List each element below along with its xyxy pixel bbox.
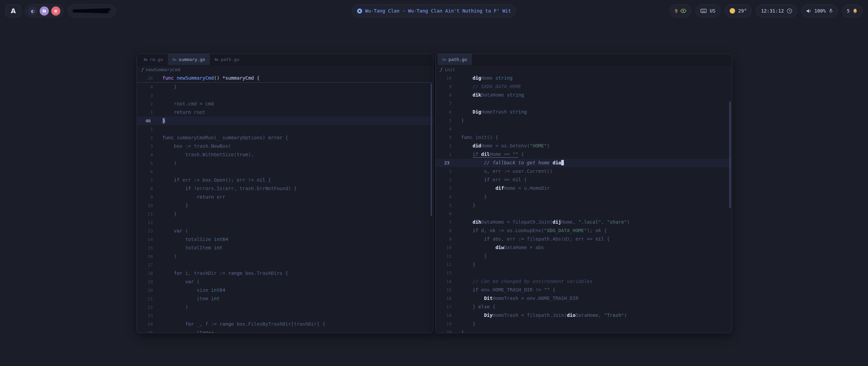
code-line[interactable]: 8 if !errors.Is(err, trash.ErrNotFound) … [137, 184, 433, 193]
code-line[interactable]: 25 item++ [137, 328, 433, 333]
code-line[interactable]: 6 DigHomeTrash string [436, 108, 732, 116]
notifications-widget[interactable]: 5 [842, 4, 863, 17]
code-line[interactable]: 10 diwDataHome = abs [436, 243, 732, 252]
code-line[interactable]: 4 } [436, 192, 732, 201]
code-line[interactable]: 46} [137, 117, 433, 125]
code-line[interactable]: 3func init() { [436, 133, 732, 142]
code-line[interactable]: 1 return root [137, 108, 433, 117]
code-line[interactable]: 20 size int64 [137, 286, 433, 294]
line-number: 5 [436, 201, 452, 209]
code-line[interactable]: 11 } [137, 210, 433, 218]
clock-icon [787, 8, 792, 14]
code-line[interactable]: 14 // Can be changed by environment vari… [436, 277, 732, 286]
code-line[interactable]: 4 trash.WithGetSize(true), [137, 150, 433, 159]
line-text: if d, ok := os.LookupEnv("XDG_DATA_HOME"… [452, 226, 607, 235]
code-line[interactable]: 11 } [436, 252, 732, 260]
code-line[interactable]: 17 [137, 261, 433, 269]
taskbar-apps: ◐N≡ [25, 4, 63, 17]
code-line[interactable]: 7 if err := box.Open(); err != nil { [137, 176, 433, 184]
line-text: if env.HOME_TRASH_DIR != "" { [452, 286, 555, 294]
code-line[interactable]: 9 if abs, err := filepath.Abs(d); err ==… [436, 235, 732, 243]
code-line[interactable]: 21 item int [137, 294, 433, 303]
code-line[interactable]: 1 u, err := user.Current() [436, 167, 732, 176]
code-line[interactable]: 18 for i, trashDir := range box.TrashDir… [137, 269, 433, 278]
media-player-widget[interactable]: Wu-Tang Clan - Wu-Tang Clan Ain't Nuthin… [352, 4, 516, 17]
topbar-left-group: A ◐N≡ [5, 4, 116, 17]
code-line[interactable]: 12 } [436, 260, 732, 269]
app-circle-dark[interactable]: ◐ [28, 6, 37, 16]
code-line[interactable]: 19 var ( [137, 278, 433, 286]
code-line[interactable]: 3 difHome = u.HomeDir [436, 184, 732, 192]
code-line[interactable]: 1 [137, 125, 433, 134]
code-line[interactable]: 22 ) [137, 303, 433, 311]
code-line[interactable]: 19 } [436, 320, 732, 328]
code-line[interactable]: 16 DitHomeTrash = env.HOME_TRASH_DIR [436, 294, 732, 303]
idle-watcher-widget[interactable]: 9 [670, 4, 691, 17]
editor-tab-path.go[interactable]: Gopath.go [210, 54, 244, 65]
code-line[interactable]: 7 [436, 99, 732, 108]
editor-tab-path.go[interactable]: Gopath.go [438, 54, 472, 65]
left-scrollbar[interactable] [431, 83, 432, 216]
code-line[interactable]: 4 [436, 125, 732, 133]
notification-count: 5 [847, 8, 850, 14]
app-circle-notes[interactable]: ≡ [51, 6, 60, 16]
code-line[interactable]: 23 [137, 311, 433, 320]
code-line[interactable]: 20} [436, 328, 732, 333]
keyboard-layout-widget[interactable]: US [695, 4, 721, 17]
code-line[interactable]: 13 [436, 269, 732, 277]
code-line[interactable]: 16 ) [137, 252, 433, 261]
code-line[interactable]: 10 digHome string [436, 74, 732, 82]
topbar-right-group: 9 US 29° 12: [670, 4, 863, 17]
app-circle-n[interactable]: N [40, 6, 49, 16]
line-number: 4 [436, 125, 452, 133]
bell-icon [853, 8, 857, 14]
code-line[interactable]: 5 } [436, 201, 732, 209]
code-line[interactable]: 2 didHome = os.Getenv("HOME") [436, 142, 732, 150]
right-scrollbar[interactable] [729, 101, 731, 208]
redacted-window-title[interactable] [67, 4, 116, 17]
editor-tab-rm.go[interactable]: Gorm.go [139, 54, 168, 65]
line-text: // Can be changed by environment variabl… [452, 277, 593, 286]
code-line[interactable]: 9 return err [137, 193, 433, 201]
breadcrumb-symbol: newSummaryCmd [146, 67, 180, 72]
code-line[interactable]: 14 totalSize int64 [137, 235, 433, 244]
clock-widget[interactable]: 12:31:12 [756, 4, 797, 17]
code-line[interactable]: 24 for _, f := range box.FilesByTrashDir… [137, 320, 433, 328]
volume-widget[interactable]: 100% [801, 4, 838, 17]
code-line[interactable]: 17 } else { [436, 303, 732, 311]
code-line[interactable]: 15 if env.HOME_TRASH_DIR != "" { [436, 286, 732, 294]
code-line[interactable]: 6 [137, 167, 433, 176]
code-line[interactable]: 5 ) [137, 159, 433, 167]
code-line[interactable]: 2 root.cmd = cmd [137, 100, 433, 108]
code-line[interactable]: 2 if err == nil { [436, 176, 732, 184]
line-number: 25 [137, 328, 153, 333]
code-line[interactable]: 4 } [137, 83, 433, 91]
code-line[interactable]: 18 DiyHomeTrash = filepath.Join(dioDataH… [436, 311, 732, 320]
go-file-icon: Go [173, 58, 176, 61]
code-line[interactable]: 7 dihDataHome = filepath.Join(dijHome, "… [436, 218, 732, 226]
code-line[interactable]: 8 dikDataHome string [436, 91, 732, 99]
code-line[interactable]: 10 } [137, 201, 433, 210]
left-tabbar: Gorm.goGosummary.goGopath.go [137, 54, 433, 65]
line-number: 18 [137, 269, 153, 278]
code-line[interactable]: 6 [436, 209, 732, 218]
code-line[interactable]: 9 // $XDG_DATA_HOME [436, 82, 732, 91]
code-line[interactable]: 2func summaryCmdRun(_ summaryOptions) er… [137, 134, 433, 142]
line-text [153, 167, 162, 176]
weather-widget[interactable]: 29° [725, 4, 752, 17]
editor-tab-summary.go[interactable]: Gosummary.go [168, 54, 210, 65]
code-line[interactable]: 3 box := trash.NewBox( [137, 142, 433, 150]
code-line[interactable]: 15 totalItem int [137, 244, 433, 252]
code-line[interactable]: 5} [436, 116, 732, 125]
code-line[interactable]: 8 if d, ok := os.LookupEnv("XDG_DATA_HOM… [436, 226, 732, 235]
app-launcher-button[interactable]: A [5, 4, 21, 17]
code-line[interactable]: 13 var ( [137, 227, 433, 235]
line-number: 7 [436, 99, 452, 108]
context-line[interactable]: 26func newSummaryCmd() *summaryCmd { [137, 74, 433, 83]
line-number: 7 [137, 176, 153, 184]
code-line[interactable]: 23 // fallback to get home dia [436, 159, 732, 167]
code-line[interactable]: 3 [137, 91, 433, 100]
line-number: 20 [137, 286, 153, 294]
code-line[interactable]: 12 [137, 218, 433, 227]
code-line[interactable]: 1 if dilHome == "" { [436, 150, 732, 159]
